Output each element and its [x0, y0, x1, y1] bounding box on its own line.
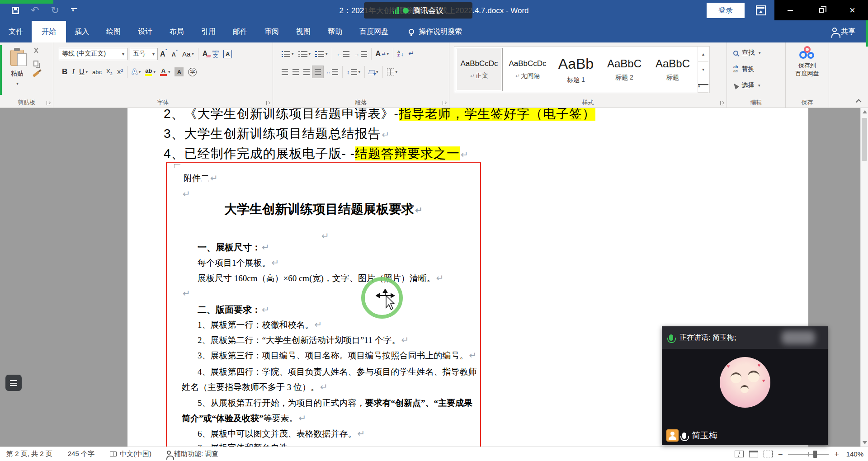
- shading-button[interactable]: ▾: [367, 66, 381, 78]
- align-left-button[interactable]: [279, 66, 290, 78]
- zoom-in-button[interactable]: +: [834, 450, 839, 458]
- scrollbar-thumb[interactable]: [862, 118, 867, 161]
- shrink-font-button[interactable]: A: [170, 47, 180, 60]
- tab-design[interactable]: 设计: [129, 21, 161, 42]
- style-heading1[interactable]: AaBb 标题 1: [552, 48, 599, 91]
- tab-home[interactable]: 开始: [32, 21, 66, 42]
- styles-scroll-down-icon[interactable]: ▾: [698, 62, 708, 77]
- tab-layout[interactable]: 布局: [161, 21, 193, 42]
- tencent-meeting-pill[interactable]: 腾讯会议: [364, 2, 472, 19]
- cut-icon[interactable]: [33, 48, 39, 54]
- attachment-red-box: 附件二↵ ↵ 大学生创新训练项目结题展板要求↵ ↵ 一、展板尺寸：↵ 每个项目1…: [166, 162, 481, 447]
- find-button[interactable]: 查找 ▾: [733, 47, 761, 59]
- font-size-combo[interactable]: 五号 ▾: [130, 48, 158, 60]
- tab-insert[interactable]: 插入: [66, 21, 98, 42]
- zoom-out-button[interactable]: −: [778, 450, 783, 458]
- style-title[interactable]: AaBbC 标题: [649, 48, 696, 91]
- close-button[interactable]: ×: [837, 0, 868, 20]
- sort-button[interactable]: AZ↓: [395, 47, 406, 60]
- tab-help[interactable]: 帮助: [319, 21, 351, 42]
- superscript-button[interactable]: X2: [115, 66, 126, 78]
- font-color-button[interactable]: A▾: [158, 66, 173, 78]
- paragraph-dialog-launcher-icon[interactable]: [443, 101, 447, 105]
- text-effects-button[interactable]: A▾: [129, 66, 143, 78]
- print-layout-icon[interactable]: [749, 451, 758, 457]
- align-right-button[interactable]: [301, 66, 312, 78]
- tab-draw[interactable]: 绘图: [98, 21, 129, 42]
- decrease-indent-button[interactable]: ←: [334, 47, 352, 60]
- presenter-cursor-highlight: [361, 277, 403, 319]
- login-button[interactable]: 登录: [707, 3, 745, 18]
- web-layout-icon[interactable]: [764, 451, 773, 457]
- participant-video[interactable]: ♥ ♥ ♥ 简玉梅: [662, 349, 828, 445]
- bullets-button[interactable]: ▾: [279, 47, 296, 60]
- change-case-button[interactable]: Aa▾: [180, 47, 196, 60]
- strikethrough-button[interactable]: abc: [90, 66, 104, 78]
- text-highlight-button[interactable]: ab▾: [143, 66, 158, 78]
- multilevel-list-button[interactable]: ▾: [313, 47, 330, 60]
- select-button[interactable]: 选择 ▾: [733, 80, 760, 91]
- subscript-button[interactable]: X2: [104, 66, 115, 78]
- window-controls: ×: [774, 0, 868, 20]
- participant-role-icon: [666, 429, 679, 442]
- character-border-button[interactable]: A: [221, 47, 234, 60]
- section2-heading: 二、版面要求：↵: [198, 304, 269, 316]
- zoom-level[interactable]: 140%: [844, 450, 863, 458]
- tab-references[interactable]: 引用: [193, 21, 224, 42]
- collapse-ribbon-icon[interactable]: [856, 99, 862, 105]
- zoom-slider-handle[interactable]: [813, 451, 817, 458]
- language-indicator[interactable]: 中文(中国): [110, 450, 151, 458]
- tab-file[interactable]: 文件: [0, 21, 32, 42]
- replace-button[interactable]: abac 替换: [733, 63, 755, 75]
- borders-button[interactable]: ▾: [385, 66, 400, 78]
- clear-format-button[interactable]: A: [200, 47, 210, 60]
- enclose-characters-button[interactable]: 字: [186, 66, 199, 78]
- character-shading-button[interactable]: A: [172, 66, 186, 78]
- tab-review[interactable]: 审阅: [256, 21, 288, 42]
- tab-view[interactable]: 视图: [288, 21, 319, 42]
- styles-dialog-launcher-icon[interactable]: [720, 101, 724, 105]
- save-to-baidu-button[interactable]: 保存到 百度网盘: [786, 46, 829, 77]
- minimize-button[interactable]: [774, 0, 806, 20]
- vertical-scrollbar[interactable]: [860, 108, 868, 447]
- tell-me-search[interactable]: 操作说明搜索: [409, 21, 462, 42]
- meeting-side-toolbar[interactable]: [5, 375, 22, 391]
- asian-layout-button[interactable]: A⇄▾: [373, 47, 391, 60]
- meeting-participant-window[interactable]: 正在讲话: 简玉梅; ♥ ♥ ♥ 简玉梅: [662, 326, 828, 445]
- show-paragraph-marks-button[interactable]: ↵: [406, 47, 416, 60]
- style-no-spacing[interactable]: AaBbCcDc ↵无间隔: [504, 48, 551, 91]
- clipboard-dialog-launcher-icon[interactable]: [47, 101, 51, 105]
- word-count[interactable]: 245 个字: [68, 450, 94, 458]
- restore-button[interactable]: [806, 0, 837, 20]
- scroll-up-icon[interactable]: [863, 110, 867, 113]
- scroll-down-icon[interactable]: [863, 441, 867, 444]
- align-center-button[interactable]: [290, 66, 301, 78]
- read-mode-icon[interactable]: [735, 451, 744, 457]
- format-painter-icon[interactable]: [33, 71, 39, 77]
- distribute-button[interactable]: ↔: [324, 66, 340, 78]
- zoom-slider[interactable]: [788, 454, 829, 455]
- grow-font-button[interactable]: A: [158, 47, 170, 60]
- page-indicator[interactable]: 第 2 页, 共 2 页: [6, 450, 52, 458]
- styles-more-icon[interactable]: [698, 77, 708, 93]
- copy-icon[interactable]: [33, 61, 38, 66]
- font-name-combo[interactable]: 等线 (中文正文) ▾: [59, 48, 127, 60]
- share-button[interactable]: 共享: [832, 21, 868, 42]
- justify-button[interactable]: [312, 66, 324, 78]
- styles-scroll-up-icon[interactable]: ▴: [698, 47, 708, 62]
- bold-button[interactable]: B: [60, 66, 70, 78]
- style-heading2[interactable]: AaBbC 标题 2: [601, 48, 648, 91]
- tab-mailings[interactable]: 邮件: [224, 21, 256, 42]
- tab-baidu-netdisk[interactable]: 百度网盘: [351, 21, 397, 42]
- style-normal[interactable]: AaBbCcDc ↵正文: [456, 48, 503, 91]
- italic-button[interactable]: I: [70, 66, 77, 78]
- line-spacing-button[interactable]: ↕▾: [344, 66, 363, 78]
- font-dialog-launcher-icon[interactable]: [266, 101, 270, 105]
- ribbon-display-options-icon[interactable]: [756, 5, 766, 15]
- numbering-button[interactable]: ▾: [296, 47, 313, 60]
- phonetic-guide-button[interactable]: wén文: [210, 47, 221, 60]
- increase-indent-button[interactable]: →: [352, 47, 369, 60]
- accessibility-indicator[interactable]: 辅助功能: 调查: [167, 450, 218, 458]
- underline-button[interactable]: U▾: [77, 66, 90, 78]
- paste-button[interactable]: 粘贴 ▾: [5, 47, 29, 98]
